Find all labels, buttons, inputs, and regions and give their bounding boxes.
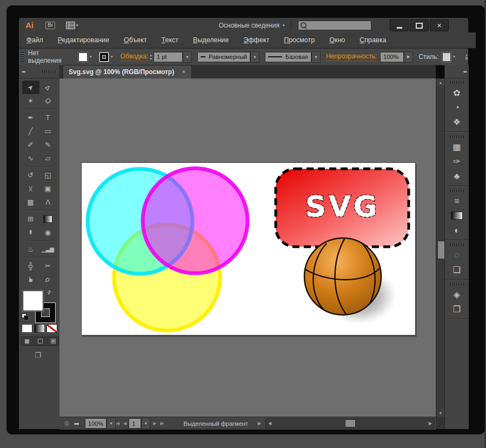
tool-rotate[interactable]: ↺: [22, 168, 39, 182]
panel-layers[interactable]: ◈: [445, 287, 469, 302]
opacity-value[interactable]: 100%: [380, 52, 404, 62]
menu-type[interactable]: Текст: [162, 36, 178, 44]
menu-edit[interactable]: Редактирование: [58, 36, 109, 44]
document-tab[interactable]: Svg.svg @ 100% (RGB/Просмотр) ✕: [63, 65, 192, 78]
panel-grip[interactable]: [450, 81, 464, 84]
stroke-color-swatch[interactable]: [99, 52, 109, 62]
tool-perspective-grid[interactable]: Λ: [39, 195, 57, 209]
tool-artboard[interactable]: ╬: [22, 259, 39, 273]
sync-settings-icon[interactable]: ⚙: [64, 420, 70, 427]
tool-magic-wand[interactable]: ✶: [22, 94, 39, 108]
menu-help[interactable]: Справка: [359, 36, 386, 44]
status-menu-arrow-icon[interactable]: ▶: [258, 421, 261, 426]
panel-grip[interactable]: [450, 243, 464, 246]
draw-behind-button[interactable]: [34, 337, 46, 346]
tool-selection[interactable]: ➤: [22, 81, 39, 94]
stroke-width-stepper[interactable]: ▲ ▼: [149, 54, 152, 61]
tool-shaper[interactable]: ∿: [22, 151, 39, 165]
artboard-number-dropdown[interactable]: ▼: [141, 418, 150, 429]
tool-width[interactable]: )(: [22, 182, 39, 195]
panel-gradient[interactable]: [445, 208, 469, 223]
panel-recolor-artwork[interactable]: ❖: [445, 115, 469, 129]
tool-mesh[interactable]: ⊞: [22, 212, 39, 226]
previous-artboard-button[interactable]: ◀: [122, 421, 128, 426]
expand-panels-icon[interactable]: ◀◀: [463, 70, 466, 73]
scroll-right-button[interactable]: ▶: [427, 419, 434, 428]
scroll-left-button[interactable]: ◀: [266, 419, 274, 428]
width-profile-value[interactable]: Равномерный: [197, 52, 250, 62]
panel-graphic-styles[interactable]: ❏: [445, 262, 469, 277]
panel-symbols[interactable]: ♣: [445, 169, 469, 183]
horizontal-scroll-thumb[interactable]: [345, 419, 356, 427]
panel-color-guide[interactable]: ◔: [445, 100, 469, 115]
export-icon[interactable]: ➦: [74, 420, 79, 427]
brush-value[interactable]: Базовая: [265, 52, 311, 62]
stroke-panel-link[interactable]: Обводка:: [121, 52, 148, 61]
bridge-button[interactable]: Br: [45, 22, 55, 29]
tool-paintbrush[interactable]: ✐: [22, 138, 39, 151]
tool-zoom[interactable]: ϙ: [39, 273, 57, 286]
vertical-scrollbar[interactable]: ▲ ▼: [436, 78, 445, 417]
screen-mode-button[interactable]: ❐: [31, 350, 45, 360]
artboard-number-combo[interactable]: 1 ▼: [129, 418, 150, 429]
panel-color[interactable]: ✿: [445, 85, 469, 100]
minimize-button[interactable]: [390, 19, 409, 31]
panel-artboards[interactable]: ❐: [445, 302, 469, 317]
tool-hand[interactable]: ☛: [22, 273, 39, 286]
stroke-dropdown-icon[interactable]: ▼: [109, 54, 115, 60]
panel-transparency[interactable]: ◐: [445, 223, 469, 238]
opacity-popout[interactable]: ▶: [404, 51, 413, 63]
first-artboard-button[interactable]: |◀: [114, 421, 121, 426]
style-swatch[interactable]: [442, 52, 451, 62]
panel-grip[interactable]: [21, 52, 24, 62]
none-mode-button[interactable]: [46, 324, 57, 333]
stroke-width-value[interactable]: 1 pt: [154, 52, 183, 62]
tool-pen[interactable]: ✒: [22, 111, 39, 124]
zoom-level-value[interactable]: 100%: [85, 418, 106, 429]
vertical-scroll-thumb[interactable]: [437, 241, 445, 259]
tool-eraser[interactable]: ▱: [39, 151, 57, 165]
stepper-down-icon[interactable]: ▼: [149, 57, 152, 61]
menu-object[interactable]: Объект: [124, 36, 147, 44]
width-profile-combo[interactable]: Равномерный ▼: [197, 51, 259, 63]
panel-grip[interactable]: [450, 189, 464, 192]
stepper-up-icon[interactable]: ▲: [149, 54, 152, 57]
last-artboard-button[interactable]: ▶|: [158, 421, 165, 426]
opacity-combo[interactable]: 100% ▶: [380, 51, 413, 63]
tool-slice[interactable]: ✂: [39, 259, 57, 273]
tool-shape-builder[interactable]: ▩: [22, 195, 39, 209]
workspace-switcher[interactable]: Основные сведения ▾: [219, 22, 285, 29]
artboard-number-value[interactable]: 1: [129, 418, 141, 429]
tool-rectangle[interactable]: ▭: [39, 124, 57, 138]
tool-lasso[interactable]: Ω: [39, 94, 57, 108]
panel-grip[interactable]: [450, 283, 464, 286]
canvas-pasteboard[interactable]: SVG: [59, 78, 436, 417]
artboard[interactable]: SVG: [81, 162, 416, 335]
tool-direct-selection[interactable]: ⊳: [39, 81, 57, 94]
maximize-button[interactable]: [410, 19, 429, 31]
scroll-up-button[interactable]: ▲: [436, 78, 445, 86]
default-fill-stroke-icon[interactable]: [22, 313, 28, 320]
fill-color-swatch[interactable]: [78, 52, 88, 62]
control-panel-menu-button[interactable]: ▾ ≡: [465, 54, 468, 60]
arrange-documents-button[interactable]: ▾: [66, 22, 78, 29]
panel-appearance[interactable]: ◌: [445, 248, 469, 262]
panel-grip[interactable]: [450, 135, 464, 138]
tool-pencil[interactable]: ✎: [39, 138, 57, 151]
fill-dropdown-icon[interactable]: ▼: [88, 54, 94, 60]
tool-free-transform[interactable]: ▣: [39, 182, 57, 195]
close-button[interactable]: ✕: [430, 19, 449, 31]
menu-select[interactable]: Выделение: [193, 36, 229, 44]
search-input[interactable]: [309, 22, 369, 29]
draw-inside-button[interactable]: [47, 337, 59, 346]
horizontal-scrollbar[interactable]: ◀ ▶: [265, 418, 435, 429]
collapse-panel-icon[interactable]: ◀◀: [22, 70, 25, 73]
tool-eyedropper[interactable]: ✒: [22, 226, 39, 239]
draw-normal-button[interactable]: [21, 337, 33, 346]
panel-grip[interactable]: [42, 70, 57, 73]
search-box[interactable]: [298, 21, 371, 30]
scroll-down-button[interactable]: ▼: [436, 409, 445, 417]
color-mode-button[interactable]: [22, 324, 32, 333]
width-profile-dropdown[interactable]: ▼: [250, 51, 259, 63]
menu-effect[interactable]: Эффект: [243, 36, 269, 44]
